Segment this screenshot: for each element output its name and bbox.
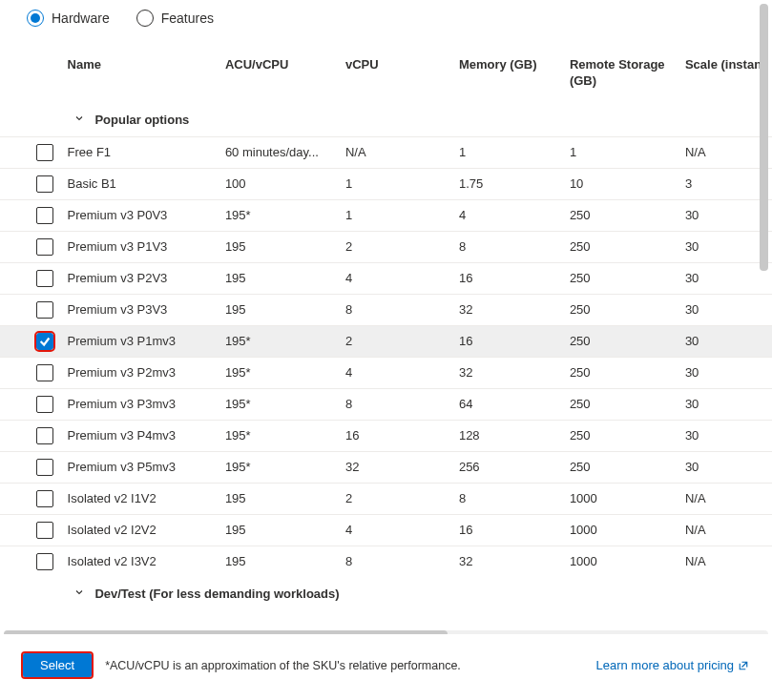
cell-scale: N/A (676, 136, 772, 168)
cell-vcpu: 8 (336, 546, 449, 577)
cell-name: Premium v3 P5mv3 (64, 451, 216, 483)
cell-vcpu: 8 (336, 388, 449, 420)
group-row[interactable]: Dev/Test (For less demanding workloads) (0, 577, 772, 610)
cell-storage: 250 (560, 420, 676, 451)
chevron-cell (0, 577, 64, 610)
table-row[interactable]: Isolated v2 I3V21958321000N/A (0, 546, 772, 577)
row-checkbox[interactable] (36, 553, 53, 570)
chevron-down-icon (73, 113, 85, 127)
cell-acu: 195 (216, 294, 336, 325)
table-row[interactable]: Free F160 minutes/day...N/A11N/A (0, 136, 772, 168)
cell-storage: 1000 (560, 483, 676, 514)
table-row[interactable]: Premium v3 P3V319583225030 (0, 294, 772, 325)
radio-features[interactable]: Features (136, 10, 214, 27)
cell-name: Isolated v2 I2V2 (64, 514, 216, 546)
cell-storage: 250 (560, 325, 676, 357)
table-row[interactable]: Isolated v2 I1V2195281000N/A (0, 483, 772, 514)
row-checkbox[interactable] (36, 490, 53, 507)
cell-name: Premium v3 P3V3 (64, 294, 216, 325)
row-checkbox[interactable] (36, 522, 53, 539)
cell-storage: 250 (560, 231, 676, 262)
table-row[interactable]: Basic B110011.75103 (0, 168, 772, 199)
cell-storage: 250 (560, 199, 676, 231)
row-checkbox[interactable] (36, 270, 53, 287)
col-memory[interactable]: Memory (GB) (449, 50, 560, 103)
cell-storage: 250 (560, 294, 676, 325)
checkbox-cell (0, 325, 64, 357)
cell-storage: 1000 (560, 546, 676, 577)
row-checkbox[interactable] (36, 175, 53, 193)
col-acu[interactable]: ACU/vCPU (216, 50, 336, 103)
cell-storage: 250 (560, 388, 676, 420)
row-checkbox[interactable] (36, 427, 53, 444)
checkbox-cell (0, 136, 64, 168)
table-row[interactable]: Premium v3 P4mv3195*1612825030 (0, 420, 772, 451)
checkbox-cell (0, 231, 64, 262)
row-checkbox[interactable] (36, 238, 53, 256)
checkbox-cell (0, 199, 64, 231)
col-name[interactable]: Name (64, 50, 216, 103)
table-row[interactable]: Isolated v2 I2V21954161000N/A (0, 514, 772, 546)
select-button[interactable]: Select (23, 653, 92, 677)
col-checkbox (0, 50, 64, 103)
checkbox-cell (0, 514, 64, 546)
col-storage[interactable]: Remote Storage(GB) (560, 50, 676, 103)
cell-memory: 16 (449, 325, 560, 357)
cell-scale: 30 (676, 325, 772, 357)
row-checkbox[interactable] (36, 396, 53, 413)
cell-memory: 8 (449, 231, 560, 262)
table-row[interactable]: Premium v3 P2mv3195*43225030 (0, 357, 772, 388)
row-checkbox[interactable] (36, 364, 53, 381)
cell-storage: 1000 (560, 514, 676, 546)
table-row[interactable]: Premium v3 P1mv3195*21625030 (0, 325, 772, 357)
footer-note: *ACU/vCPU is an approximation of the SKU… (105, 659, 461, 672)
cell-storage: 250 (560, 262, 676, 294)
cell-vcpu: 1 (336, 168, 449, 199)
table-row[interactable]: Premium v3 P3mv3195*86425030 (0, 388, 772, 420)
cell-memory: 8 (449, 483, 560, 514)
cell-storage: 1 (560, 136, 676, 168)
cell-vcpu: N/A (336, 136, 449, 168)
cell-acu: 195* (216, 451, 336, 483)
table-row[interactable]: Premium v3 P1V31952825030 (0, 231, 772, 262)
table-row[interactable]: Premium v3 P2V319541625030 (0, 262, 772, 294)
group-row[interactable]: Popular options (0, 103, 772, 137)
cell-memory: 1.75 (449, 168, 560, 199)
radio-hardware[interactable]: Hardware (27, 10, 110, 27)
cell-memory: 256 (449, 451, 560, 483)
cell-name: Isolated v2 I3V2 (64, 546, 216, 577)
radio-features-label: Features (161, 10, 214, 26)
chevron-down-icon (73, 587, 85, 601)
row-checkbox[interactable] (36, 333, 53, 350)
sku-table: Name ACU/vCPU vCPU Memory (GB) Remote St… (0, 50, 772, 610)
checkbox-cell (0, 451, 64, 483)
cell-memory: 1 (449, 136, 560, 168)
cell-scale: 30 (676, 420, 772, 451)
row-checkbox[interactable] (36, 301, 53, 319)
cell-name: Premium v3 P4mv3 (64, 420, 216, 451)
cell-memory: 16 (449, 262, 560, 294)
checkbox-cell (0, 294, 64, 325)
table-row[interactable]: Premium v3 P0V3195*1425030 (0, 199, 772, 231)
cell-vcpu: 2 (336, 483, 449, 514)
learn-more-link[interactable]: Learn more about pricing (595, 658, 749, 672)
cell-scale: 30 (676, 294, 772, 325)
cell-scale: 30 (676, 388, 772, 420)
cell-vcpu: 2 (336, 231, 449, 262)
cell-scale: N/A (676, 483, 772, 514)
row-checkbox[interactable] (36, 144, 53, 161)
col-scale[interactable]: Scale (instan (676, 50, 772, 103)
checkbox-cell (0, 483, 64, 514)
table-row[interactable]: Premium v3 P5mv3195*3225625030 (0, 451, 772, 483)
cell-memory: 64 (449, 388, 560, 420)
cell-name: Basic B1 (64, 168, 216, 199)
row-checkbox[interactable] (36, 207, 53, 224)
cell-memory: 32 (449, 294, 560, 325)
col-vcpu[interactable]: vCPU (336, 50, 449, 103)
cell-storage: 10 (560, 168, 676, 199)
cell-name: Premium v3 P2V3 (64, 262, 216, 294)
row-checkbox[interactable] (36, 459, 53, 476)
vertical-scrollbar[interactable] (760, 4, 768, 271)
table-header-row: Name ACU/vCPU vCPU Memory (GB) Remote St… (0, 50, 772, 103)
checkbox-cell (0, 388, 64, 420)
